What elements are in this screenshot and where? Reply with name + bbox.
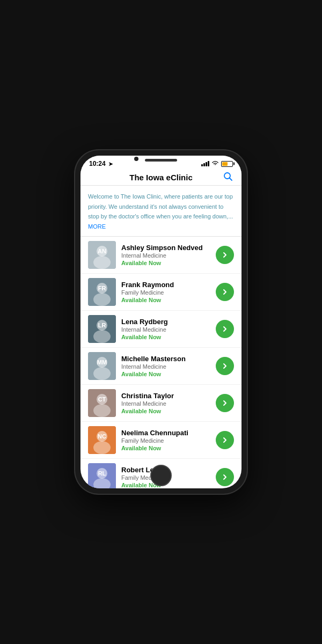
svg-point-20	[93, 404, 111, 417]
doctor-name: Lena Rydberg	[121, 318, 210, 326]
doctor-avatar: CT	[88, 389, 116, 417]
svg-text:AN: AN	[98, 248, 106, 254]
svg-line-1	[230, 178, 232, 180]
doctor-specialty: Internal Medicine	[121, 326, 210, 333]
welcome-text: Welcome to The Iowa Clinic, where patien…	[88, 193, 233, 219]
doctor-specialty: Internal Medicine	[121, 400, 210, 407]
location-icon: ➤	[108, 161, 113, 167]
nav-bar: The Iowa eClinic	[80, 170, 241, 186]
doctor-status: Available Now	[121, 260, 210, 266]
phone-frame: 10:24 ➤	[75, 150, 247, 494]
doctor-select-button[interactable]	[216, 320, 234, 338]
svg-text:RL: RL	[98, 470, 106, 477]
status-bar: 10:24 ➤	[80, 156, 241, 170]
signal-icon	[201, 161, 209, 166]
page-title: The Iowa eClinic	[129, 173, 193, 182]
svg-point-4	[93, 256, 111, 269]
svg-text:LR: LR	[98, 322, 106, 328]
doctor-specialty: Internal Medicine	[121, 252, 210, 259]
doctor-specialty: Internal Medicine	[121, 363, 210, 370]
doctor-info: Neelima Chennupati Family Medicine Avail…	[121, 429, 210, 451]
doctor-status: Available Now	[121, 371, 210, 377]
welcome-section: Welcome to The Iowa Clinic, where patien…	[80, 186, 241, 237]
svg-text:FR: FR	[98, 285, 106, 291]
phone-camera	[134, 157, 138, 161]
doctor-status: Available Now	[121, 408, 210, 414]
doctor-specialty: Family Medicine	[121, 289, 210, 296]
doctor-name: Ashley Simpson Nedved	[121, 244, 210, 252]
doctor-item: NC Neelima Chennupati Family Medicine Av…	[80, 422, 241, 459]
doctor-name: Neelima Chennupati	[121, 429, 210, 437]
doctor-name: Christina Taylor	[121, 392, 210, 400]
doctor-status: Available Now	[121, 445, 210, 451]
doctor-avatar: MM	[88, 352, 116, 380]
svg-text:NC: NC	[98, 433, 106, 440]
home-button[interactable]	[150, 465, 172, 486]
battery-fill	[222, 162, 228, 166]
doctor-status: Available Now	[121, 334, 210, 340]
doctor-select-button[interactable]	[216, 468, 234, 486]
svg-text:MM: MM	[97, 359, 107, 365]
phone-screen: 10:24 ➤	[80, 156, 241, 488]
doctor-avatar: LR	[88, 315, 116, 343]
doctor-select-button[interactable]	[216, 246, 234, 264]
svg-point-12	[93, 330, 111, 343]
doctor-select-button[interactable]	[216, 431, 234, 449]
status-time: 10:24 ➤	[89, 160, 113, 167]
phone-speaker	[145, 159, 177, 162]
doctor-info: Frank Raymond Family Medicine Available …	[121, 281, 210, 303]
wifi-icon	[211, 160, 219, 167]
doctor-info: Michelle Masterson Internal Medicine Ava…	[121, 355, 210, 377]
battery-icon	[221, 161, 233, 167]
doctor-item: CT Christina Taylor Internal Medicine Av…	[80, 385, 241, 422]
doctor-item: FR Frank Raymond Family Medicine Availab…	[80, 274, 241, 311]
search-button[interactable]	[223, 172, 233, 184]
doctor-item: AN Ashley Simpson Nedved Internal Medici…	[80, 237, 241, 274]
doctor-avatar: NC	[88, 426, 116, 454]
svg-point-16	[93, 367, 111, 380]
doctor-info: Lena Rydberg Internal Medicine Available…	[121, 318, 210, 340]
doctor-status: Available Now	[121, 297, 210, 303]
doctor-avatar: FR	[88, 278, 116, 306]
doctor-name: Frank Raymond	[121, 281, 210, 289]
more-button[interactable]: MORE	[88, 223, 106, 230]
doctor-avatar: AN	[88, 241, 116, 269]
status-icons	[201, 160, 233, 167]
doctor-name: Michelle Masterson	[121, 355, 210, 363]
doctor-select-button[interactable]	[216, 283, 234, 301]
doctor-select-button[interactable]	[216, 357, 234, 375]
doctor-specialty: Family Medicine	[121, 437, 210, 444]
doctor-info: Christina Taylor Internal Medicine Avail…	[121, 392, 210, 414]
doctor-select-button[interactable]	[216, 394, 234, 412]
doctor-list: AN Ashley Simpson Nedved Internal Medici…	[80, 237, 241, 489]
svg-point-8	[93, 293, 111, 306]
svg-point-24	[93, 441, 111, 454]
doctor-item: MM Michelle Masterson Internal Medicine …	[80, 348, 241, 385]
doctor-info: Ashley Simpson Nedved Internal Medicine …	[121, 244, 210, 266]
doctor-avatar: RL	[88, 463, 116, 489]
svg-text:CT: CT	[98, 396, 106, 402]
doctor-item: LR Lena Rydberg Internal Medicine Availa…	[80, 311, 241, 348]
